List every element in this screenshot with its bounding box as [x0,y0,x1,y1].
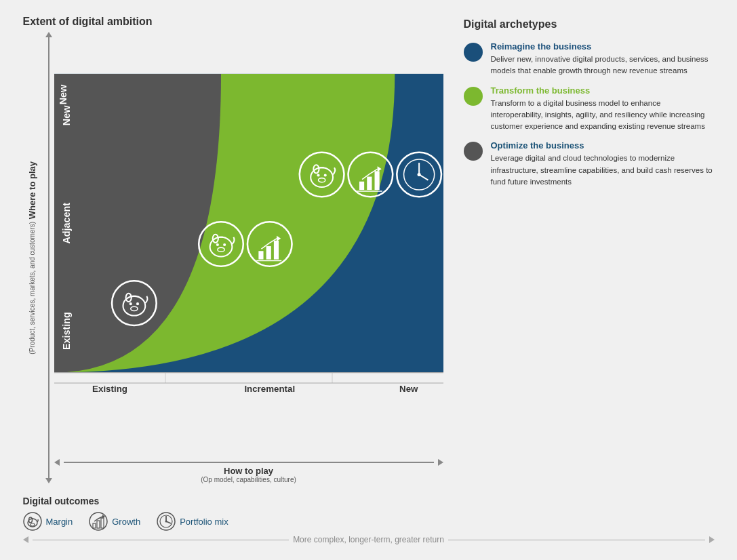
chart-svg: New New Adjacent Existing Existing Incre… [54,32,443,456]
svg-text:Incremental: Incremental [244,384,295,394]
transform-title: Transform the business [491,85,715,96]
arrow-right-icon [438,459,443,466]
y-axis-label: Where to play (Product, services, market… [23,32,42,483]
archetype-optimize: Optimize the business Leverage digital a… [464,140,715,188]
complexity-line [33,540,290,540]
svg-text:Existing: Existing [92,384,127,394]
x-axis-sub-label: (Op model, capabilities, culture) [54,476,443,483]
complexity-label: More complex, longer-term, greater retur… [293,535,444,544]
svg-rect-40 [359,182,363,190]
svg-rect-27 [258,251,263,259]
outcome-portfolio: Portfolio mix [157,512,228,531]
svg-point-52 [28,517,32,523]
chart-title: Extent of digital ambition [23,16,443,28]
svg-text:New: New [60,105,71,125]
svg-text:New: New [399,384,418,394]
outcomes-row: Margin Growth [23,512,715,531]
portfolio-label: Portfolio mix [180,517,228,527]
complexity-arrow-left [23,536,28,543]
complexity-row: More complex, longer-term, greater retur… [23,535,715,544]
svg-rect-58 [101,518,104,528]
optimize-title: Optimize the business [491,140,715,151]
outcome-growth: Growth [89,512,140,531]
svg-point-64 [165,521,167,523]
complexity-arrow-right [709,536,715,543]
chart-content: New New Adjacent Existing Existing Incre… [54,32,443,483]
svg-point-22 [223,243,226,246]
complexity-line-right [448,540,705,540]
main-container: Extent of digital ambition Where to play… [9,9,728,551]
growth-icon [89,512,108,531]
chart-area: Extent of digital ambition Where to play… [23,16,443,483]
right-panel: Digital archetypes Reimagine the busines… [464,16,715,483]
y-axis-arrow [43,32,54,483]
chart-wrapper: Where to play (Product, services, market… [23,32,443,483]
y-axis-sub-label: (Product, services, markets, and custome… [28,222,36,355]
svg-point-54 [31,523,35,526]
svg-point-34 [317,174,319,176]
svg-text:Existing: Existing [60,312,71,350]
svg-rect-41 [367,177,372,190]
bottom-section: Digital outcomes Margin [23,490,715,544]
arrow-up-icon [45,32,52,37]
transform-dot [464,87,483,106]
panel-title: Digital archetypes [464,18,715,31]
optimize-text: Optimize the business Leverage digital a… [491,140,715,188]
margin-label: Margin [46,517,73,527]
svg-point-35 [323,174,326,176]
svg-point-15 [136,302,138,305]
optimize-dot [464,142,483,161]
top-section: Extent of digital ambition Where to play… [23,16,715,483]
reimagine-text: Reimagine the business Deliver new, inno… [491,41,715,77]
optimize-description: Leverage digital and cloud technologies … [491,153,715,188]
svg-point-21 [216,243,218,246]
svg-rect-29 [273,241,278,260]
svg-rect-56 [93,523,96,528]
outcomes-title: Digital outcomes [23,496,715,506]
x-axis-main-label: How to play [54,466,443,476]
svg-rect-42 [374,171,379,190]
reimagine-description: Deliver new, innovative digital products… [491,54,715,77]
arrow-line-vertical [48,37,49,478]
transform-text: Transform the business Transform to a di… [491,85,715,133]
growth-label: Growth [112,517,140,527]
archetype-reimagine: Reimagine the business Deliver new, inno… [464,41,715,77]
y-axis-main-label: Where to play [27,161,37,219]
arrow-down-icon [45,478,52,483]
svg-point-55 [89,513,107,530]
reimagine-title: Reimagine the business [491,41,715,52]
svg-point-14 [129,302,132,305]
arrow-line-horizontal [64,462,434,463]
x-axis-section: How to play (Op model, capabilities, cul… [54,459,443,483]
portfolio-icon [157,512,176,531]
reimagine-dot [464,43,483,62]
arrow-left-icon [54,459,60,466]
x-axis-arrow-row [54,459,443,466]
margin-icon [23,512,42,531]
svg-rect-28 [266,246,271,259]
svg-text:Adjacent: Adjacent [60,203,71,244]
svg-point-49 [417,173,420,176]
svg-text:New: New [58,84,68,104]
transform-description: Transform to a digital business model to… [491,98,715,133]
outcome-margin: Margin [23,512,73,531]
svg-rect-57 [97,521,100,528]
archetype-transform: Transform the business Transform to a di… [464,85,715,133]
